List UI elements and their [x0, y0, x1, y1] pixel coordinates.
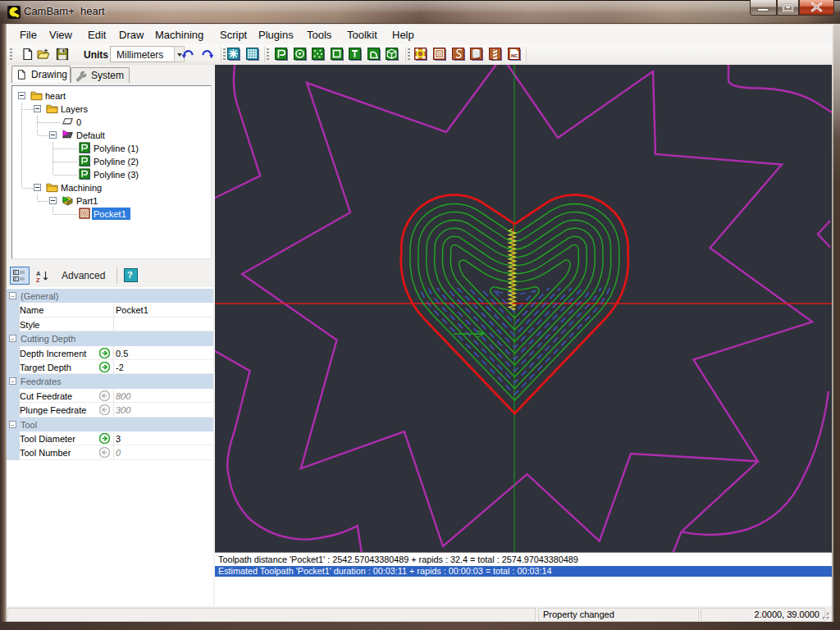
svg-text:NC: NC	[511, 53, 518, 58]
svg-text:Z: Z	[36, 276, 40, 282]
